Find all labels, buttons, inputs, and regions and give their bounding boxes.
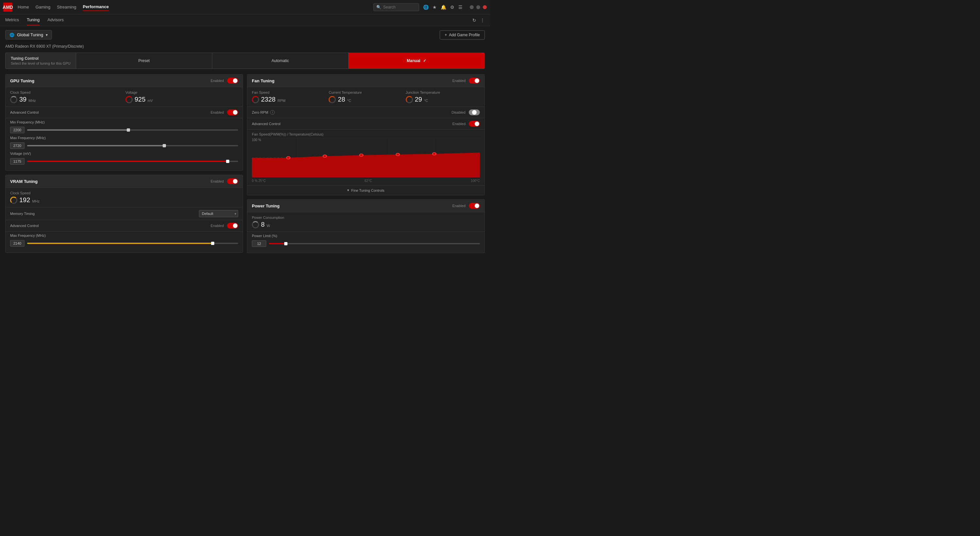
gpu-voltage-mv-label: Voltage (mV): [10, 151, 238, 156]
gpu-advanced-label: Advanced Control: [10, 110, 38, 115]
fine-tuning-controls[interactable]: ▾ Fine Tuning Controls: [247, 185, 484, 195]
minimize-button[interactable]: [470, 5, 474, 9]
sub-nav-metrics[interactable]: Metrics: [5, 15, 19, 25]
fan-metrics: Fan Speed 2328 RPM Current Temperature 2…: [247, 87, 484, 107]
tuning-control-title: Tuning Control: [11, 56, 70, 61]
fan-chart-footer: 0 % 25°C 62°C 100°C: [252, 179, 480, 183]
gpu-tuning-title: GPU Tuning: [10, 78, 34, 83]
add-game-profile-label: Add Game Profile: [449, 33, 480, 37]
power-limit-track[interactable]: [269, 243, 480, 244]
vram-max-freq-fill: [27, 243, 213, 244]
global-tuning-selector[interactable]: 🌐 Global Tuning ▾: [5, 30, 52, 40]
vram-clock-spinner: [10, 197, 18, 204]
nav-items: Home Gaming Streaming Performance: [18, 3, 373, 11]
zero-rpm-info-icon[interactable]: i: [270, 110, 275, 115]
power-limit-val[interactable]: 12: [252, 240, 266, 247]
tuning-automatic[interactable]: Automatic: [212, 53, 348, 68]
gpu-tuning-panel: GPU Tuning Enabled Clock Speed 39 MHz: [5, 74, 243, 171]
fan-speed-chart[interactable]: [252, 138, 480, 177]
bell-icon[interactable]: 🔔: [441, 5, 446, 10]
nav-gaming[interactable]: Gaming: [36, 3, 51, 11]
settings-icon[interactable]: ⚙: [450, 5, 454, 10]
nav-streaming[interactable]: Streaming: [57, 3, 76, 11]
gpu-tuning-toggle[interactable]: [227, 78, 238, 84]
tuning-control-row: Tuning Control Select the level of tunin…: [5, 52, 485, 69]
vram-toggle[interactable]: [227, 178, 238, 184]
close-button[interactable]: [483, 5, 487, 9]
fan-current-temp-value: 28: [338, 96, 345, 103]
nav-home[interactable]: Home: [18, 3, 29, 11]
gpu-voltage-thumb[interactable]: [226, 160, 229, 163]
fan-zero-rpm-toggle[interactable]: [469, 110, 480, 115]
vram-max-freq-label: Max Frequency (MHz): [10, 234, 238, 237]
gpu-tuning-header-right: Enabled: [211, 78, 238, 84]
power-toggle[interactable]: [469, 203, 480, 209]
vram-max-freq-slider-row: 2140: [10, 240, 238, 247]
gpu-voltage: Voltage 925 mV: [126, 91, 238, 103]
vram-advanced-toggle[interactable]: [227, 223, 238, 229]
gpu-voltage-fill: [27, 161, 228, 162]
fan-junction-temp-metric: Junction Temperature 29 °C: [406, 91, 480, 103]
gpu-tuning-metrics: Clock Speed 39 MHz Voltage 925 mV: [6, 87, 243, 107]
gpu-min-freq-track[interactable]: [27, 129, 238, 130]
sub-nav-tuning[interactable]: Tuning: [27, 15, 40, 25]
panels-row: GPU Tuning Enabled Clock Speed 39 MHz: [5, 74, 485, 253]
vram-max-freq-thumb[interactable]: [211, 242, 214, 245]
vram-max-freq-val[interactable]: 2140: [10, 240, 24, 247]
fan-cp-5[interactable]: [433, 153, 436, 155]
gpu-voltage-track[interactable]: [27, 161, 238, 162]
fan-cp-2[interactable]: [323, 155, 327, 157]
vram-memory-timing-select[interactable]: Default Fast Faster Fastest: [199, 210, 238, 217]
gpu-voltage-slider-row: 1175: [10, 158, 238, 165]
maximize-button[interactable]: [476, 5, 480, 9]
gpu-advanced-toggle[interactable]: [227, 110, 238, 115]
fan-cp-1[interactable]: [286, 156, 290, 159]
fan-cp-3[interactable]: [360, 154, 363, 156]
fine-tuning-label: Fine Tuning Controls: [351, 188, 385, 192]
fan-zero-rpm-disabled: Disabled: [452, 110, 466, 115]
gpu-max-freq-thumb[interactable]: [163, 144, 166, 147]
vram-enabled-label: Enabled: [211, 179, 224, 183]
check-icon: ✓: [423, 59, 426, 63]
menu-icon[interactable]: ☰: [458, 5, 463, 10]
nav-performance[interactable]: Performance: [83, 3, 108, 11]
gpu-min-freq-slider-row: 2200: [10, 127, 238, 133]
fan-cp-4[interactable]: [396, 153, 399, 156]
gpu-advanced-row: Advanced Control Enabled: [6, 107, 243, 118]
gpu-min-freq-fill: [27, 129, 128, 130]
gpu-max-freq-track[interactable]: [27, 145, 238, 146]
power-consumption-label: Power Consumption: [252, 216, 480, 219]
search-box[interactable]: 🔍: [373, 3, 419, 11]
fan-tuning-title: Fan Tuning: [252, 78, 274, 83]
fan-tuning-panel: Fan Tuning Enabled Fan Speed 2328 RPM: [247, 74, 485, 195]
more-options-icon[interactable]: ⋮: [480, 17, 485, 23]
sub-nav-advisors[interactable]: Advisors: [48, 15, 64, 25]
refresh-icon[interactable]: ↻: [473, 17, 476, 23]
globe-icon[interactable]: 🌐: [423, 5, 429, 10]
gpu-max-freq-label: Max Frequency (MHz): [10, 136, 238, 140]
fan-chart-x-end: 100°C: [471, 179, 480, 183]
fan-tuning-header: Fan Tuning Enabled: [247, 75, 484, 87]
gpu-voltage-val[interactable]: 1175: [10, 158, 24, 165]
search-input[interactable]: [383, 5, 416, 10]
fan-toggle[interactable]: [469, 78, 480, 84]
tuning-preset[interactable]: Preset: [76, 53, 212, 68]
tuning-manual[interactable]: Manual ✓: [348, 53, 484, 68]
gpu-min-freq-thumb[interactable]: [127, 128, 130, 132]
right-column: Fan Tuning Enabled Fan Speed 2328 RPM: [247, 74, 485, 253]
star-icon[interactable]: ★: [433, 5, 437, 10]
gpu-min-freq-val[interactable]: 2200: [10, 127, 24, 133]
vram-max-freq-track[interactable]: [27, 243, 238, 244]
gpu-clock-spinner: [10, 96, 18, 103]
gpu-voltage-unit: mV: [147, 99, 153, 103]
fan-advanced-toggle[interactable]: [469, 121, 480, 127]
top-nav: AMD Home Gaming Streaming Performance 🔍 …: [0, 0, 490, 14]
fan-speed-metric: Fan Speed 2328 RPM: [252, 91, 326, 103]
fan-chart-title: Fan Speed(PWM(%)) / Temperature(Celsius): [252, 132, 480, 136]
add-game-profile-button[interactable]: + Add Game Profile: [440, 30, 485, 40]
gpu-advanced-enabled: Enabled: [211, 110, 224, 115]
power-limit-thumb[interactable]: [284, 242, 288, 245]
gpu-max-freq-val[interactable]: 2720: [10, 142, 24, 149]
fan-junction-label: Junction Temperature: [406, 91, 480, 94]
sub-nav-items: Metrics Tuning Advisors: [5, 15, 64, 25]
